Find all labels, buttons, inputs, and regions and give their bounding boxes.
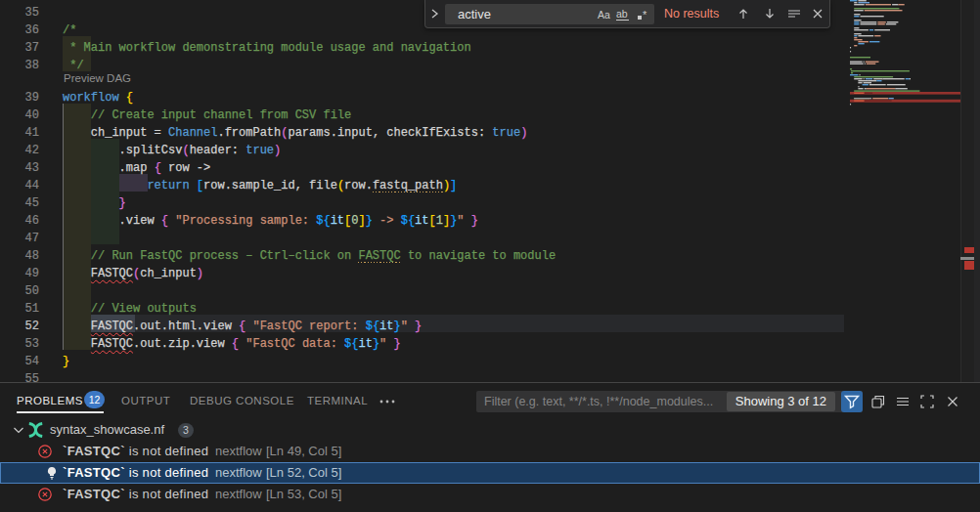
svg-text:ab: ab	[616, 8, 628, 20]
svg-text:Aa: Aa	[598, 9, 610, 21]
svg-text:*: *	[643, 9, 647, 21]
